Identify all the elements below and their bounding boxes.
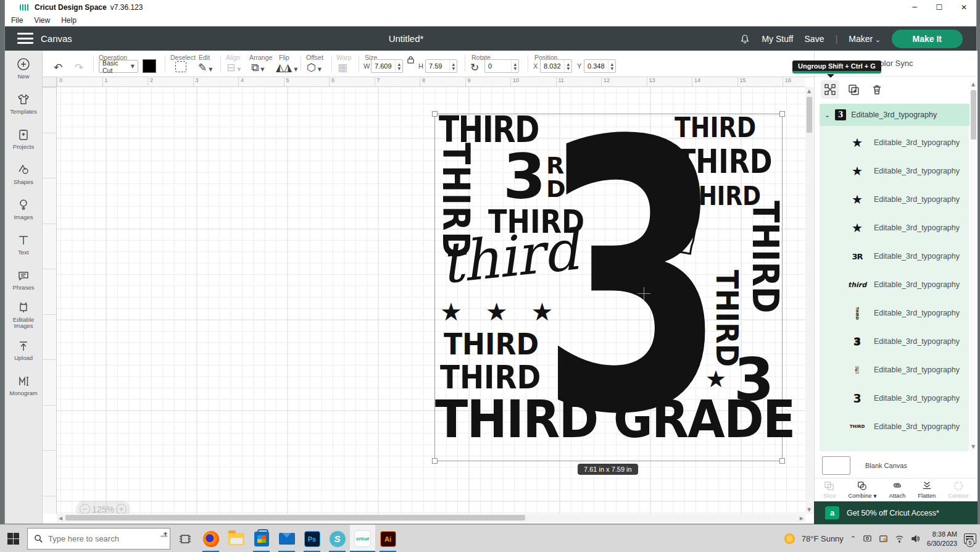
start-button[interactable]	[7, 533, 19, 545]
layer-row[interactable]: 3 Editable_3rd_typography	[820, 384, 969, 412]
layer-row[interactable]: ★ Editable_3rd_typography	[820, 214, 969, 242]
menu-help[interactable]: Help	[61, 16, 77, 25]
weather-sun-icon[interactable]	[784, 533, 795, 544]
chevron-down-icon[interactable]: ⌄	[824, 111, 830, 119]
hamburger-menu-icon[interactable]	[17, 33, 33, 44]
cricut-access-banner[interactable]: a Get 50% off Cricut Access*	[814, 501, 978, 524]
layer-row[interactable]: THIRD Editable_3rd_typography	[820, 412, 969, 441]
ungroup-button[interactable]	[821, 80, 839, 99]
taskbar-s-app[interactable]: S	[325, 525, 350, 552]
deselect-icon[interactable]	[175, 61, 186, 72]
arrange-icon[interactable]: ⧉▼	[251, 61, 264, 73]
position-x-input[interactable]: 8.032▲▼	[540, 59, 572, 73]
taskbar-mail[interactable]	[274, 525, 299, 552]
task-view-button[interactable]	[173, 525, 198, 552]
zoom-out-button[interactable]: −	[80, 504, 90, 514]
layer-row[interactable]: ★ Editable_3rd_typography	[820, 185, 969, 214]
attach-button[interactable]: Attach	[889, 481, 905, 499]
panel-scrollbar[interactable]: ▲ ▼	[970, 80, 978, 451]
search-input[interactable]	[48, 534, 128, 543]
clock[interactable]: 8:38 AM 6/30/2023	[927, 530, 957, 548]
document-title[interactable]: Untitled*	[351, 33, 462, 44]
duplicate-button[interactable]	[844, 80, 863, 99]
canvas-grid[interactable]: 3 THIRD THIRD 3 RD THIRD third ★ ★ ★ THI…	[57, 87, 805, 514]
sidebar-item-text[interactable]: Text	[5, 227, 42, 262]
sidebar-item-upload[interactable]: Upload	[5, 332, 42, 367]
canvas-area[interactable]: 012345678910111213141516 0123456789 3 TH…	[43, 77, 814, 522]
taskbar-cricut[interactable]: cricut	[350, 525, 375, 552]
combine-button[interactable]: Combine ▼	[848, 481, 876, 499]
my-stuff-link[interactable]: My Stuff	[762, 34, 793, 44]
blank-canvas-row[interactable]: Blank Canvas	[815, 453, 978, 478]
third-grade-artwork[interactable]: 3 THIRD THIRD 3 RD THIRD third ★ ★ ★ THI…	[435, 114, 783, 462]
canvas-vertical-scrollbar[interactable]: ▲ ▼	[805, 87, 814, 514]
sidebar-item-monogram[interactable]: Monogram	[5, 367, 42, 403]
undo-icon[interactable]: ↶	[54, 61, 62, 73]
tray-monitor-icon[interactable]	[863, 534, 872, 543]
sidebar-item-editable-images[interactable]: Editable Images	[5, 297, 42, 332]
rotate-input[interactable]: 0▲▼	[484, 59, 519, 73]
taskbar-file-explorer[interactable]	[223, 525, 249, 552]
layer-group-row[interactable]: ⌄ 3 Editable_3rd_typography	[820, 104, 973, 126]
sidebar-item-projects[interactable]: Projects	[5, 121, 42, 156]
offset-icon[interactable]: ⬡▼	[307, 61, 322, 73]
panel-scroll-down[interactable]: ▼	[971, 444, 975, 450]
slice-button[interactable]: Slice	[823, 481, 836, 499]
resize-handle-se[interactable]	[779, 458, 785, 464]
menu-file[interactable]: File	[11, 16, 23, 25]
resize-handle-ne[interactable]	[779, 111, 785, 117]
height-input[interactable]: 7.59▲▼	[425, 59, 457, 73]
delete-button[interactable]	[868, 80, 886, 99]
sidebar-item-new[interactable]: New	[5, 51, 42, 86]
layer-row[interactable]: third Editable_3rd_typography	[820, 270, 969, 299]
layer-row[interactable]: 3R Editable_3rd_typography	[820, 242, 969, 270]
contour-button[interactable]: Contour	[948, 481, 969, 499]
sidebar-item-images[interactable]: Images	[5, 191, 42, 227]
sidebar-item-templates[interactable]: Templates	[5, 86, 42, 121]
scroll-right-arrow[interactable]: ▶	[800, 516, 804, 521]
sidebar-item-phrases[interactable]: Phrases	[5, 262, 42, 297]
position-y-input[interactable]: 0.348▲▼	[584, 59, 616, 73]
machine-select[interactable]: Maker ⌄	[849, 34, 880, 44]
volume-icon[interactable]	[911, 534, 920, 543]
resize-handle-sw[interactable]	[432, 458, 438, 464]
notifications-bell-icon[interactable]	[739, 33, 750, 44]
tray-expand-icon[interactable]: ⌃	[850, 535, 856, 543]
edit-pencil-icon[interactable]: ✎▼	[198, 61, 212, 73]
flip-icon[interactable]: ◭◮▼	[276, 61, 297, 73]
layer-row[interactable]: ★ Editable_3rd_typography	[820, 128, 969, 157]
taskbar-photoshop[interactable]: Ps	[299, 525, 325, 552]
operation-select[interactable]: Basic Cut▼	[99, 60, 138, 73]
make-it-button[interactable]: Make It	[892, 30, 963, 48]
layer-row[interactable]: 3 Editable_3rd_typography	[820, 327, 969, 356]
close-button[interactable]: ✕	[952, 0, 976, 15]
sidebar-item-shapes[interactable]: Shapes	[5, 156, 42, 191]
panel-scroll-up[interactable]: ▲	[971, 82, 975, 87]
rotate-icon[interactable]: ↻	[470, 61, 479, 73]
menu-view[interactable]: View	[34, 16, 50, 25]
width-input[interactable]: 7.609▲▼	[371, 59, 403, 73]
layer-row[interactable]: ✌ Editable_3rd_typography	[820, 356, 969, 384]
zoom-in-button[interactable]: +	[116, 504, 127, 514]
taskbar-store[interactable]	[249, 525, 274, 552]
layer-row[interactable]: ★ Editable_3rd_typography	[820, 157, 969, 185]
redo-icon[interactable]: ↷	[75, 61, 83, 73]
resize-handle-nw[interactable]	[432, 111, 438, 117]
minimize-button[interactable]: ─	[902, 0, 927, 15]
weather-text[interactable]: 78°F Sunny	[802, 534, 844, 543]
selection-box[interactable]: 3 THIRD THIRD 3 RD THIRD third ★ ★ ★ THI…	[434, 114, 783, 461]
taskbar-illustrator[interactable]: Ai	[375, 525, 401, 552]
flatten-button[interactable]: Flatten	[918, 481, 936, 499]
scroll-down-arrow[interactable]: ▼	[807, 507, 811, 512]
align-icon[interactable]: ⊟▼	[226, 61, 241, 73]
tray-screen-icon[interactable]	[879, 534, 888, 543]
taskbar-search[interactable]	[27, 528, 170, 550]
color-swatch[interactable]	[143, 59, 156, 73]
save-link[interactable]: Save	[805, 34, 824, 44]
blank-canvas-swatch[interactable]	[822, 456, 850, 475]
taskbar-firefox[interactable]	[198, 525, 223, 552]
scroll-up-arrow[interactable]: ▲	[807, 88, 811, 94]
layer-row[interactable]: THIRD Editable_3rd_typography	[820, 299, 969, 327]
maximize-button[interactable]: ☐	[927, 0, 952, 15]
wifi-icon[interactable]	[895, 534, 904, 543]
